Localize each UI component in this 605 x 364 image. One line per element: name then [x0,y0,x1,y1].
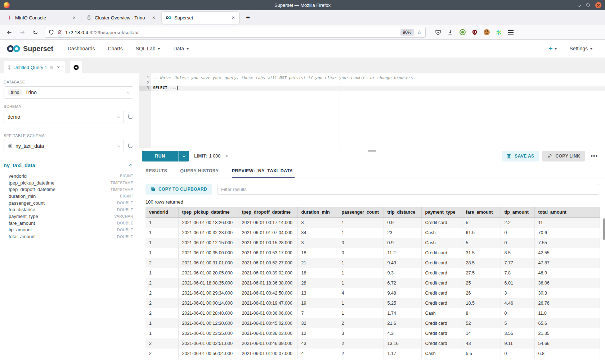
grid-header-cell[interactable]: passenger_count [338,207,384,218]
bookmark-star-icon[interactable]: ☆ [417,29,422,36]
trino-favicon [86,15,92,21]
sidebery-extension-icon[interactable] [496,29,502,35]
menu-hamburger-icon[interactable] [508,30,514,35]
run-button[interactable]: RUN [142,151,189,161]
add-query-tab-button[interactable] [70,61,82,73]
grid-cell: 11 [534,218,600,228]
query-tab-label: Untitled Query 1 [13,65,47,70]
tab-close-icon[interactable]: × [71,14,77,21]
grid-header-cell[interactable]: payment_type [421,207,462,218]
superset-brand[interactable]: Superset [6,44,53,53]
back-button[interactable] [4,27,14,37]
grid-header-cell[interactable]: tip_amount [501,207,534,218]
greasemonkey-extension-icon[interactable] [460,29,466,35]
navbar-item-charts[interactable]: Charts [108,46,123,51]
grid-cell: 2021-06-01 00:35:00.000 [178,248,238,258]
grid-cell: 5 [462,238,501,248]
pocket-icon[interactable] [435,29,441,35]
database-select[interactable]: trino Trino [4,86,133,99]
navbar-item-sql-lab[interactable]: SQL Lab [136,46,161,51]
grid-header-cell[interactable]: fare_amount [462,207,501,218]
grid-header-cell[interactable]: trip_distance [384,207,421,218]
grid-header-cell[interactable]: tpep_dropoff_datetime [238,207,297,218]
grid-cell: 2 [145,338,178,349]
window-chevron-icon[interactable] [578,3,581,7]
grid-cell: 2021-06-01 00:12:15.000 [178,238,238,248]
grid-cell: 2021-06-01 00:28:48.000 [178,308,238,318]
save-as-button[interactable]: SAVE AS [502,151,539,161]
pane-resize-handle[interactable] [368,149,376,152]
grid-cell: 2 [145,288,178,298]
grid-cell: 18 [297,268,338,278]
browser-tab[interactable]: Superset × [162,12,239,24]
refresh-tables-button[interactable] [127,143,133,149]
query-status-dot [50,66,53,69]
table-select[interactable]: ny_taxi_data [4,140,124,152]
reload-button[interactable] [30,27,40,37]
grid-header-cell[interactable]: tpep_pickup_datetime [178,207,238,218]
drag-handle-icon[interactable] [8,65,10,70]
cookie-extension-icon[interactable] [484,29,490,35]
tab-close-icon[interactable]: × [230,14,236,21]
shield-permissions-icon[interactable] [49,29,54,35]
copy-to-clipboard-button[interactable]: COPY TO CLIPBOARD [145,184,212,195]
navbar-item-dashboards[interactable]: Dashboards [68,46,95,51]
refresh-schema-button[interactable] [127,114,133,120]
results-tab[interactable]: RESULTS [145,168,167,178]
sql-editor[interactable]: 1 2 3 -- Note: Unless you save your quer… [139,73,605,148]
run-options-dropdown[interactable] [178,151,189,161]
grid-cell: Cash [421,228,462,238]
grid-cell: 1 [145,318,178,328]
grid-header-cell[interactable]: duration_min [297,207,338,218]
new-item-button[interactable]: + [549,45,557,53]
results-tab[interactable]: PREVIEW: `NY_TAXI_DATA` [232,168,295,178]
results-tab[interactable]: QUERY HISTORY [180,168,219,178]
grid-cell: 2021-06-01 00:53:17.000 [238,248,297,258]
forward-button[interactable] [17,27,27,37]
url-field[interactable]: 172.18.0.4:32295/superset/sqllab/ 90% ☆ [45,27,426,38]
grid-cell: 42.55 [534,248,600,258]
downloads-icon[interactable] [447,29,453,35]
superset-navbar: Superset Dashboards Charts SQL Lab Data … [0,40,605,58]
grid-cell: 14 [462,328,501,338]
limit-dropdown[interactable]: LIMIT: 1 000 [194,154,228,159]
table-schema-header[interactable]: ny_taxi_data [4,163,133,168]
more-options-button[interactable]: ••• [588,153,600,159]
collapse-chevron-icon[interactable] [129,164,132,167]
copy-link-button[interactable]: COPY LINK [542,151,585,161]
grid-header-cell[interactable]: total_amount [534,207,600,218]
query-tab[interactable]: Untitled Query 1 × [4,61,65,73]
query-tab-close-icon[interactable]: × [56,64,60,70]
settings-menu[interactable]: Settings [569,46,593,51]
text-cursor [177,86,178,90]
grid-cell: 11.8 [534,308,600,318]
window-close-button[interactable] [595,2,601,8]
grid-row: 12021-06-01 00:35:00.0002021-06-01 00:53… [145,248,600,258]
window-maximize-icon[interactable] [586,3,590,8]
grid-cell: 7.55 [534,238,600,248]
schema-select[interactable]: demo [4,111,124,123]
grid-cell: 2021-06-01 00:42:50.000 [238,288,297,298]
grid-header-cell[interactable]: vendorid [145,207,178,218]
browser-tab[interactable]: MinIO Console × [3,12,80,24]
grid-cell: 32 [297,318,338,328]
navbar-item-data[interactable]: Data [173,46,189,51]
grid-cell: 1 [145,238,178,248]
grid-cell: 2 [145,258,178,268]
grid-cell: 2021-06-01 00:36:03.000 [238,328,297,338]
insecure-lock-icon[interactable] [57,29,62,35]
new-tab-button[interactable]: + [242,14,254,22]
zoom-level-badge[interactable]: 90% [400,29,414,36]
filter-results-input[interactable] [217,184,599,195]
vertical-scrollbar[interactable] [603,218,605,240]
results-toolbar: COPY TO CLIPBOARD [139,178,605,195]
grid-cell: 2021-06-01 00:29:34.000 [178,288,238,298]
ublock-extension-icon[interactable] [472,29,478,35]
tab-close-icon[interactable]: × [151,14,157,21]
grid-row: 12021-06-01 00:12:30.0002021-06-01 00:45… [145,318,600,328]
grid-cell: 34 [297,228,338,238]
browser-tab[interactable]: Cluster Overview - Trino × [82,12,160,24]
chevron-down-icon [117,144,120,147]
query-tab-row: Untitled Query 1 × [0,58,605,73]
caret-down-icon [226,155,228,157]
